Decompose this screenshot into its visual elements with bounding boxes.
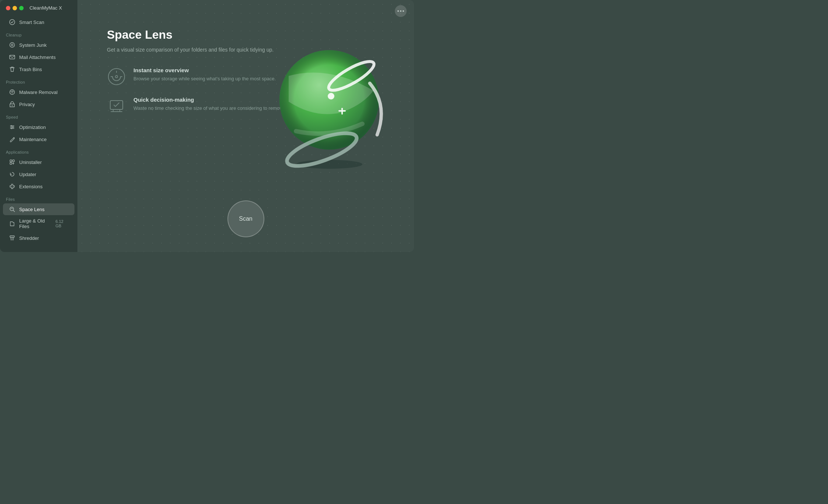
maximize-button[interactable] xyxy=(19,6,24,10)
space-lens-label: Space Lens xyxy=(19,207,45,212)
instant-size-desc: Browse your storage while seeing what's … xyxy=(133,75,276,83)
trash-icon xyxy=(9,66,15,73)
smart-scan-icon xyxy=(9,19,15,25)
extensions-icon xyxy=(9,183,15,190)
sidebar-item-space-lens[interactable]: Space Lens xyxy=(3,203,74,215)
traffic-lights xyxy=(6,6,24,10)
instant-size-title: Instant size overview xyxy=(133,67,276,73)
svg-point-8 xyxy=(11,125,12,126)
shredder-icon xyxy=(9,235,15,241)
extensions-label: Extensions xyxy=(19,184,43,189)
sidebar-item-optimization[interactable]: Optimization xyxy=(3,121,74,133)
large-files-icon xyxy=(9,220,15,227)
scan-wrap: Scan xyxy=(77,200,414,252)
maintenance-icon xyxy=(9,136,15,143)
globe-illustration xyxy=(259,24,399,179)
sidebar-item-uninstaller[interactable]: Uninstaller xyxy=(3,156,74,168)
svg-point-4 xyxy=(12,105,13,106)
svg-line-15 xyxy=(13,210,15,212)
minimize-button[interactable] xyxy=(13,6,17,10)
more-button[interactable] xyxy=(395,5,407,17)
titlebar: CleanMyMac X xyxy=(0,0,77,14)
uninstaller-icon xyxy=(9,159,15,165)
protection-section-label: Protection xyxy=(0,76,77,86)
sidebar-item-smart-scan[interactable]: Smart Scan xyxy=(3,16,74,28)
privacy-icon xyxy=(9,101,15,108)
close-button[interactable] xyxy=(6,6,10,10)
sidebar-item-updater[interactable]: Updater xyxy=(3,168,74,180)
applications-section-label: Applications xyxy=(0,146,77,156)
maintenance-label: Maintenance xyxy=(19,137,46,142)
svg-point-9 xyxy=(13,127,13,127)
svg-rect-2 xyxy=(10,55,15,59)
optimization-label: Optimization xyxy=(19,125,46,130)
mail-attachments-label: Mail Attachments xyxy=(19,55,56,60)
svg-point-17 xyxy=(397,10,399,12)
feature-text-instant-size: Instant size overview Browse your storag… xyxy=(133,67,276,83)
sidebar-item-malware-removal[interactable]: Malware Removal xyxy=(3,86,74,98)
system-junk-icon xyxy=(9,42,15,48)
svg-point-28 xyxy=(328,93,334,99)
updater-icon xyxy=(9,171,15,178)
sidebar-item-system-junk[interactable]: System Junk xyxy=(3,39,74,51)
shredder-label: Shredder xyxy=(19,235,39,241)
large-old-files-badge: 6.12 GB xyxy=(55,219,69,228)
system-junk-label: System Junk xyxy=(19,42,46,48)
main-header xyxy=(77,0,414,17)
svg-point-21 xyxy=(115,76,118,78)
svg-point-18 xyxy=(400,10,401,12)
sidebar-item-extensions[interactable]: Extensions xyxy=(3,181,74,192)
svg-rect-11 xyxy=(10,160,12,162)
sidebar-item-large-old-files[interactable]: Large & Old Files 6.12 GB xyxy=(3,216,74,232)
malware-removal-label: Malware Removal xyxy=(19,90,58,95)
svg-rect-12 xyxy=(13,160,14,162)
instant-size-icon xyxy=(107,67,126,86)
mail-icon xyxy=(9,54,15,60)
large-old-files-label: Large & Old Files xyxy=(19,218,52,229)
svg-rect-13 xyxy=(10,162,12,164)
sidebar-nav: Smart Scan Cleanup System Junk Mail Atta… xyxy=(0,14,77,252)
quick-decision-icon xyxy=(107,97,126,116)
svg-point-19 xyxy=(403,10,404,12)
svg-point-1 xyxy=(10,43,15,48)
svg-point-10 xyxy=(11,128,12,129)
sidebar: CleanMyMac X Smart Scan Cleanup System J… xyxy=(0,0,77,252)
files-section-label: Files xyxy=(0,193,77,203)
malware-icon xyxy=(9,89,15,95)
privacy-label: Privacy xyxy=(19,102,35,107)
app-title: CleanMyMac X xyxy=(29,5,62,11)
optimization-icon xyxy=(9,124,15,130)
main-panel: Space Lens Get a visual size comparison … xyxy=(77,0,414,252)
updater-label: Updater xyxy=(19,172,36,177)
scan-button[interactable]: Scan xyxy=(227,200,264,237)
trash-bins-label: Trash Bins xyxy=(19,67,42,72)
uninstaller-label: Uninstaller xyxy=(19,160,42,165)
sidebar-item-maintenance[interactable]: Maintenance xyxy=(3,133,74,145)
sidebar-item-mail-attachments[interactable]: Mail Attachments xyxy=(3,51,74,63)
sidebar-item-trash-bins[interactable]: Trash Bins xyxy=(3,63,74,75)
cleanup-section-label: Cleanup xyxy=(0,28,77,39)
space-lens-icon xyxy=(9,206,15,213)
main-content: Space Lens Get a visual size comparison … xyxy=(77,17,414,200)
sidebar-item-shredder[interactable]: Shredder xyxy=(3,232,74,244)
smart-scan-label: Smart Scan xyxy=(19,20,44,25)
sidebar-item-privacy[interactable]: Privacy xyxy=(3,98,74,110)
speed-section-label: Speed xyxy=(0,111,77,121)
